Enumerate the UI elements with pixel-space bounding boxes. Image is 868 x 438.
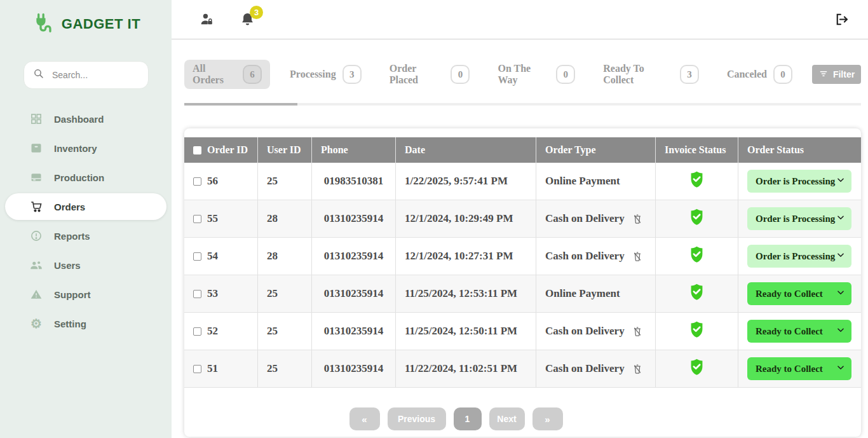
order-type-value: Cash on Delivery: [545, 212, 625, 225]
table-header-row: Order ID User ID Phone Date Order Type I…: [184, 137, 861, 163]
sidebar-item-reports[interactable]: Reports: [5, 222, 166, 249]
sidebar-item-dashboard[interactable]: Dashboard: [5, 106, 166, 132]
order-type-value: Online Payment: [545, 287, 620, 300]
sidebar-item-users[interactable]: Users: [5, 252, 166, 278]
date-value: 12/1/2024, 10:29:49 PM: [405, 212, 513, 225]
user-id-value: 25: [267, 287, 278, 300]
notification-count-badge: 3: [250, 6, 263, 19]
no-invoice-icon: [632, 213, 644, 225]
production-box-icon: [29, 170, 43, 184]
filter-label: Filter: [833, 69, 855, 79]
order-id-value: 51: [207, 362, 218, 375]
order-status-select[interactable]: Order is Processing: [747, 245, 851, 268]
notification-bell-icon[interactable]: 3: [239, 11, 255, 28]
invoice-verified-shield-icon: [688, 170, 705, 192]
row-checkbox[interactable]: [193, 365, 201, 373]
sidebar-item-production[interactable]: Production: [5, 164, 166, 191]
table-row: 51 25 01310235914 11/22/2024, 11:02:51 P…: [184, 350, 861, 388]
next-page-button[interactable]: Next: [489, 407, 525, 430]
cart-icon: [29, 200, 43, 214]
row-checkbox[interactable]: [193, 327, 201, 336]
row-checkbox[interactable]: [193, 290, 201, 298]
order-status-select[interactable]: Order is Processing: [747, 207, 851, 230]
brand-name: GADGET IT: [62, 16, 140, 32]
tab-order-placed[interactable]: Order Placed 0: [381, 60, 478, 89]
phone-value: 01310235914: [324, 362, 384, 375]
user-id-value: 25: [267, 362, 278, 375]
sidebar-item-label: Reports: [54, 231, 90, 242]
table-row: 53 25 01310235914 11/25/2024, 12:53:11 P…: [184, 275, 861, 313]
column-header: Phone: [321, 144, 348, 156]
topbar: 3: [172, 0, 868, 39]
user-id-value: 28: [267, 212, 278, 225]
order-status-value: Ready to Collect: [756, 289, 823, 299]
chevron-down-icon: [836, 288, 845, 299]
order-id-value: 54: [207, 250, 218, 263]
plug-icon: [31, 10, 57, 38]
invoice-verified-shield-icon: [688, 358, 705, 380]
order-type-value: Cash on Delivery: [545, 250, 625, 263]
dashboard-grid-icon: [29, 112, 43, 126]
no-invoice-icon: [632, 363, 644, 375]
order-id-value: 56: [207, 175, 218, 188]
tab-canceled[interactable]: Canceled 0: [719, 62, 801, 87]
phone-value: 01310235914: [324, 287, 384, 300]
order-status-select[interactable]: Ready to Collect: [747, 320, 851, 343]
order-status-select[interactable]: Order is Processing: [747, 170, 851, 193]
search-icon: [33, 68, 44, 82]
chevron-down-icon: [836, 363, 845, 374]
previous-page-button[interactable]: Previous: [388, 407, 446, 430]
order-status-select[interactable]: Ready to Collect: [747, 357, 851, 380]
sidebar-item-setting[interactable]: ⚙ Setting: [5, 310, 166, 337]
order-status-value: Ready to Collect: [756, 364, 823, 374]
phone-value: 01310235914: [324, 325, 384, 338]
tab-all-orders[interactable]: All Orders 6: [184, 60, 270, 89]
tabs-underline: [184, 103, 861, 106]
tab-label: Ready To Collect: [603, 63, 674, 86]
tab-label: Processing: [290, 69, 336, 80]
row-checkbox[interactable]: [193, 215, 201, 223]
tab-label: Canceled: [727, 69, 767, 80]
first-page-button[interactable]: «: [349, 407, 380, 430]
sidebar-item-support[interactable]: Support: [5, 281, 166, 308]
sidebar-nav: Dashboard Inventory: [0, 106, 172, 337]
tab-processing[interactable]: Processing 3: [281, 62, 370, 87]
order-status-value: Order is Processing: [756, 214, 835, 224]
order-id-value: 55: [207, 212, 218, 225]
search-input[interactable]: [52, 70, 135, 80]
sidebar-item-label: Users: [54, 260, 81, 271]
invoice-verified-shield-icon: [688, 208, 705, 229]
tab-on-the-way[interactable]: On The Way 0: [489, 60, 583, 89]
users-group-icon: [29, 258, 43, 272]
current-page-button[interactable]: 1: [454, 407, 482, 430]
date-value: 1/22/2025, 9:57:41 PM: [405, 175, 508, 188]
date-value: 12/1/2024, 10:27:31 PM: [405, 250, 513, 263]
pagination: « Previous 1 Next »: [184, 407, 861, 430]
row-checkbox[interactable]: [193, 252, 201, 261]
logout-icon[interactable]: [834, 11, 850, 28]
tab-ready-to-collect[interactable]: Ready To Collect 3: [595, 60, 707, 89]
sidebar-item-label: Support: [54, 289, 91, 300]
row-checkbox[interactable]: [193, 177, 201, 186]
invoice-verified-shield-icon: [688, 283, 705, 305]
column-header: Date: [405, 144, 425, 156]
filter-button[interactable]: Filter: [812, 65, 861, 84]
tab-label: On The Way: [498, 63, 550, 86]
tab-count-badge: 3: [342, 65, 362, 84]
phone-value: 01983510381: [324, 175, 384, 188]
tab-label: All Orders: [193, 63, 236, 86]
last-page-button[interactable]: »: [532, 407, 563, 430]
select-all-checkbox[interactable]: [193, 146, 201, 154]
order-status-value: Order is Processing: [756, 251, 835, 262]
column-header: Order ID: [207, 144, 248, 156]
sidebar-item-inventory[interactable]: Inventory: [5, 135, 166, 161]
admin-user-icon[interactable]: [198, 11, 215, 28]
date-value: 11/25/2024, 12:53:11 PM: [405, 287, 517, 300]
user-id-value: 28: [267, 250, 278, 263]
invoice-verified-shield-icon: [688, 320, 705, 342]
phone-value: 01310235914: [324, 250, 384, 263]
order-status-select[interactable]: Ready to Collect: [747, 282, 851, 305]
tab-count-badge: 0: [773, 65, 792, 84]
sidebar-item-orders[interactable]: Orders: [5, 193, 166, 220]
phone-value: 01310235914: [324, 212, 384, 225]
